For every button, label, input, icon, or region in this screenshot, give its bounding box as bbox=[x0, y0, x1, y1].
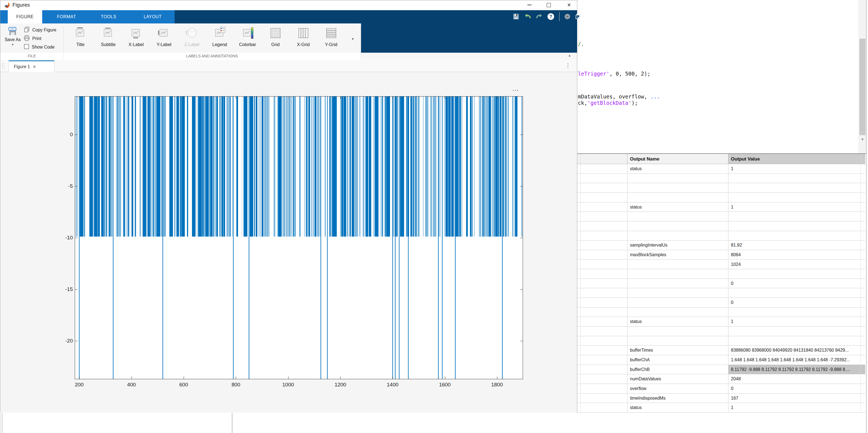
code-line-4[interactable]: ck,'getBlockData'); bbox=[578, 100, 638, 106]
row-name-cell[interactable] bbox=[627, 269, 728, 279]
annot-button-subtitle[interactable]: Subtitle bbox=[94, 25, 122, 52]
editor-scrollbar[interactable]: ▼ bbox=[859, 0, 866, 153]
row-name-cell[interactable]: maxBlockSamples bbox=[627, 250, 728, 260]
row-head-cell[interactable] bbox=[577, 374, 627, 384]
row-value-cell[interactable]: 2048 bbox=[728, 374, 865, 384]
save-as-button[interactable]: Save As ▼ bbox=[3, 26, 22, 52]
close-button[interactable]: ✕ bbox=[562, 0, 576, 10]
row-head-cell[interactable] bbox=[577, 221, 627, 231]
row-head-cell[interactable] bbox=[577, 308, 627, 317]
row-head-cell[interactable] bbox=[577, 183, 627, 193]
file-item-show-code[interactable]: Show Code bbox=[24, 43, 55, 51]
row-value-cell[interactable] bbox=[728, 183, 865, 193]
axes-toolbar-icon[interactable]: ⋯ bbox=[512, 86, 520, 94]
code-line-2[interactable]: leTrigger', 0, 500, 2); bbox=[578, 71, 650, 77]
row-head-cell[interactable] bbox=[577, 164, 627, 174]
ribbon-tab-format[interactable]: FORMAT bbox=[49, 10, 84, 24]
row-name-cell[interactable]: status bbox=[627, 164, 728, 174]
panel-divider[interactable] bbox=[232, 413, 233, 433]
table-header-output-value[interactable]: Output Value bbox=[728, 154, 865, 164]
row-head-cell[interactable] bbox=[577, 174, 627, 183]
row-value-cell[interactable]: 0 bbox=[728, 384, 865, 394]
row-head-cell[interactable] bbox=[577, 260, 627, 270]
row-name-cell[interactable] bbox=[627, 327, 728, 336]
row-name-cell[interactable]: status bbox=[627, 203, 728, 212]
annot-button-x-grid[interactable]: X-Grid bbox=[289, 25, 317, 52]
row-head-cell[interactable] bbox=[577, 317, 627, 327]
collapse-ribbon-icon[interactable]: ▲ bbox=[568, 54, 571, 57]
maximize-button[interactable] bbox=[542, 0, 555, 10]
row-head-cell[interactable] bbox=[577, 250, 627, 260]
row-name-cell[interactable] bbox=[627, 212, 728, 221]
row-name-cell[interactable]: samplingIntervalUs bbox=[627, 241, 728, 250]
row-head-cell[interactable] bbox=[577, 203, 627, 212]
row-name-cell[interactable]: timeIndisposedMs bbox=[627, 394, 728, 403]
row-head-cell[interactable] bbox=[577, 279, 627, 288]
row-name-cell[interactable] bbox=[627, 231, 728, 241]
row-value-cell[interactable]: 1 bbox=[728, 403, 865, 412]
row-value-cell[interactable]: 83886080 83968000 84049920 84131840 8421… bbox=[728, 346, 865, 355]
annot-button-y-label[interactable]: Y-Label bbox=[150, 25, 178, 52]
row-name-cell[interactable] bbox=[627, 279, 728, 288]
row-head-cell[interactable] bbox=[577, 241, 627, 250]
qat-help-icon[interactable]: ? bbox=[547, 13, 555, 22]
row-value-cell[interactable]: 0 bbox=[728, 298, 865, 308]
ribbon-tab-layout[interactable]: LAYOUT bbox=[133, 10, 173, 24]
qat-dock-icon[interactable] bbox=[575, 13, 582, 22]
row-value-cell[interactable] bbox=[728, 269, 865, 279]
row-value-cell[interactable]: 1 bbox=[728, 203, 865, 212]
row-value-cell[interactable] bbox=[728, 288, 865, 298]
row-name-cell[interactable]: bufferTimes bbox=[627, 346, 728, 355]
row-name-cell[interactable] bbox=[627, 308, 728, 317]
qat-undo-icon[interactable] bbox=[524, 13, 531, 22]
row-name-cell[interactable] bbox=[627, 221, 728, 231]
ribbon-tab-tools[interactable]: TOOLS bbox=[91, 10, 126, 24]
plot-axes[interactable]: 200400600800100012001400160018000-5-10-1… bbox=[75, 96, 523, 379]
row-name-cell[interactable] bbox=[627, 288, 728, 298]
minimize-button[interactable] bbox=[523, 0, 536, 10]
row-head-cell[interactable] bbox=[577, 336, 627, 346]
row-name-cell[interactable]: status bbox=[627, 403, 728, 412]
tab-figure-1[interactable]: Figure 1 ✕ bbox=[8, 60, 54, 72]
row-value-cell[interactable] bbox=[728, 174, 865, 183]
row-value-cell[interactable] bbox=[728, 336, 865, 346]
row-head-cell[interactable] bbox=[577, 394, 627, 403]
row-value-cell[interactable]: 1 bbox=[728, 317, 865, 327]
drag-grip-icon[interactable] bbox=[2, 63, 5, 70]
annot-button-grid[interactable]: Grid bbox=[261, 25, 289, 52]
ribbon-tab-figure[interactable]: FIGURE bbox=[8, 10, 42, 24]
row-value-cell[interactable]: 0 bbox=[728, 279, 865, 288]
gallery-dropdown-button[interactable]: ▼ bbox=[347, 26, 358, 52]
file-item-print[interactable]: Print bbox=[24, 35, 41, 42]
row-head-cell[interactable] bbox=[577, 346, 627, 355]
row-head-cell[interactable] bbox=[577, 403, 627, 412]
row-name-cell[interactable]: numDataValues bbox=[627, 374, 728, 384]
row-value-cell[interactable]: 167 bbox=[728, 394, 865, 403]
annot-button-x-label[interactable]: X-Label bbox=[122, 25, 150, 52]
row-value-cell[interactable] bbox=[728, 193, 865, 203]
row-name-cell[interactable] bbox=[627, 183, 728, 193]
row-value-cell[interactable]: 81.92 bbox=[728, 241, 865, 250]
row-head-cell[interactable] bbox=[577, 365, 627, 374]
row-value-cell[interactable] bbox=[728, 221, 865, 231]
file-item-copy-figure[interactable]: Copy Figure bbox=[24, 26, 56, 34]
tabbar-menu-icon[interactable]: ⋮ bbox=[565, 62, 571, 69]
row-name-cell[interactable] bbox=[627, 298, 728, 308]
row-name-cell[interactable] bbox=[627, 260, 728, 270]
row-value-cell[interactable]: 1.648 1.648 1.648 1.648 1.648 1.648 1.64… bbox=[728, 355, 865, 365]
row-value-cell[interactable] bbox=[728, 327, 865, 336]
row-head-cell[interactable] bbox=[577, 231, 627, 241]
row-head-cell[interactable] bbox=[577, 269, 627, 279]
code-line-3[interactable]: mDataValues, overflow, ... bbox=[578, 93, 660, 100]
scroll-down-arrow-icon[interactable]: ▼ bbox=[859, 137, 866, 142]
row-name-cell[interactable]: bufferChA bbox=[627, 355, 728, 365]
row-name-cell[interactable]: overflow bbox=[627, 384, 728, 394]
row-head-cell[interactable] bbox=[577, 384, 627, 394]
row-value-cell[interactable]: 8.11792 -9.888 8.11792 8.11792 8.11792 8… bbox=[728, 365, 865, 374]
window-titlebar[interactable]: Figures ✕ bbox=[0, 0, 577, 10]
row-head-cell[interactable] bbox=[577, 298, 627, 308]
qat-dropdown-icon[interactable] bbox=[564, 13, 571, 21]
row-value-cell[interactable]: 8064 bbox=[728, 250, 865, 260]
qat-save-icon[interactable] bbox=[512, 13, 520, 22]
row-head-cell[interactable] bbox=[577, 288, 627, 298]
